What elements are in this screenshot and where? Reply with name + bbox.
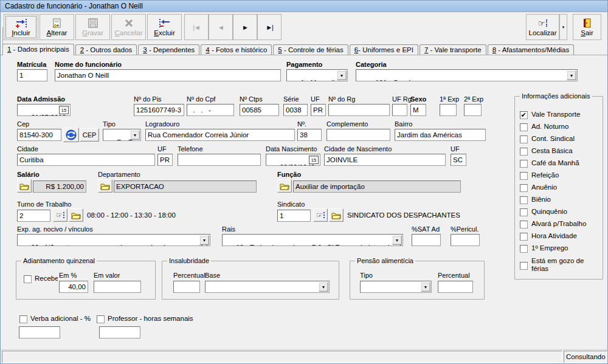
tab-fotos-historico[interactable]: 4 - Fotos e histórico [201,44,272,55]
calendar-icon[interactable]: 15 [309,156,319,164]
ctps-input[interactable]: 00585 [240,104,279,116]
rg-input[interactable] [328,104,390,116]
chevron-down-icon[interactable]: ▼ [392,235,402,245]
bienio-checkbox[interactable]: ✔ [520,196,528,204]
departamento-label: Departamento [98,171,140,179]
gravar-button[interactable]: Gravar [75,14,110,40]
sexo-input[interactable]: M [410,104,426,116]
exp2-input[interactable] [464,104,482,116]
uf-cidade-input[interactable]: PR [157,154,173,166]
cancelar-button[interactable]: Cancelar [111,14,146,40]
verba-adicional-input[interactable] [19,326,60,338]
nav-last-button[interactable]: ►| [257,14,282,40]
salario-lookup-button[interactable] [17,179,32,193]
complemento-input[interactable] [326,129,390,141]
quinquenio-checkbox[interactable]: ✔ [520,208,528,216]
professor-checkbox[interactable]: ✔ [97,315,105,323]
incluir-button[interactable]: Incluir [4,14,38,40]
sat-input[interactable] [412,234,441,246]
insalubridade-base-select[interactable]: ▼ [205,281,330,293]
cep-input[interactable]: 81540-300 [17,129,61,141]
sindicato-input[interactable]: 1 [277,210,311,222]
tipo-select[interactable]: R - Rua ▼ [103,129,141,141]
turno-hand-button[interactable]: ☞ [53,208,67,222]
cidade-input[interactable]: Curitiba [17,154,155,166]
chevron-down-icon[interactable]: ▼ [130,130,140,140]
anuenio-checkbox[interactable]: ✔ [520,184,528,192]
alvara-trabalho-checkbox[interactable]: ✔ [520,221,528,228]
localizar-button[interactable]: ☞ Localizar [526,14,559,40]
tab-controle-ferias[interactable]: 5 - Controle de férias [273,44,348,55]
tab-outros-dados[interactable]: 2 - Outros dados [75,44,137,55]
recebe-checkbox[interactable]: ✔ [24,275,32,283]
logradouro-input[interactable]: Rua Comendador Correia Júnior [145,129,295,141]
calendar-icon[interactable]: 15 [59,106,69,114]
uf-nascimento-input[interactable]: SC [451,154,466,166]
uf-rg-input[interactable] [392,104,407,116]
primeiro-emprego-checkbox[interactable]: ✔ [520,245,528,253]
tab-dados-principais[interactable]: 1 - Dados principais [2,44,74,55]
em-valor-input[interactable] [94,281,141,293]
tab-dependentes[interactable]: 3 - Dependentes [138,44,199,55]
rais-select[interactable]: 10 - Trab urbano vinc. a P.J., CLT prazo… [222,234,403,246]
complemento-field: Complemento [326,120,390,141]
uf-ctps-input[interactable]: PR [311,104,326,116]
departamento-lookup-button[interactable] [98,179,112,193]
matricula-input[interactable]: 1 [17,69,47,81]
gozo-ferias-checkbox[interactable]: ✔ [520,262,528,270]
sindicato-hand-button[interactable]: ☞ [313,208,328,222]
funcao-lookup-button[interactable] [277,179,292,193]
data-admissao-input[interactable]: 01/07/2013 15 [17,104,71,116]
vale-transporte-checkbox[interactable]: ✔ [520,111,528,119]
em-pct-input[interactable]: 40,00 [59,281,88,293]
chevron-down-icon[interactable]: ▼ [319,282,328,292]
insalubridade-percentual-input[interactable] [173,281,200,293]
turno-input[interactable]: 2 [17,210,50,222]
serie-input[interactable]: 0038 [283,104,308,116]
verba-adicional-checkbox[interactable]: ✔ [19,315,27,323]
tab-vale-transporte[interactable]: 7 - Vale transporte [420,44,486,55]
serie-label: Série [283,95,308,103]
bairro-input[interactable]: Jardim das Américas [395,129,486,141]
data-nascimento-input[interactable]: 08/08/1942 15 [266,154,320,166]
chevron-down-icon[interactable]: ▼ [421,282,430,292]
pensao-percentual-input[interactable] [438,281,473,293]
sair-button[interactable]: Sair [573,14,601,40]
hora-atividade-checkbox[interactable]: ✔ [520,233,528,241]
pensao-tipo-select[interactable]: ▼ [360,281,432,293]
excluir-button[interactable]: Excluir [147,14,182,40]
professor-input[interactable] [99,326,140,338]
localizar-dropdown-button[interactable]: ▼ [559,14,567,40]
ad-noturno-checkbox[interactable]: ✔ [520,123,528,131]
nav-next-button[interactable]: ► [233,14,257,40]
nome-input[interactable]: Jonathan O Neill [55,69,281,81]
nav-prev-button[interactable]: ◄ [209,14,233,40]
cafe-da-manha-checkbox[interactable]: ✔ [520,160,528,168]
tab-afastamentos-medias[interactable]: 8 - Afastamentos/Médias [488,44,575,55]
pagamento-select[interactable]: 1 - Mensalista ▼ [286,69,348,81]
cpf-input[interactable]: . . - [187,104,234,116]
refeicao-checkbox[interactable]: ✔ [520,172,528,180]
cont-sindical-checkbox[interactable]: ✔ [520,136,528,143]
exp1-input[interactable] [440,104,457,116]
cesta-basica-checkbox[interactable]: ✔ [520,148,528,156]
cidade-nascimento-input[interactable]: JOINVILE [324,154,446,166]
turno-folder-button[interactable] [69,208,83,222]
exp-nocivo-select[interactable]: 00 - Não esteve exp. ag. nocivo - um vin… [17,234,210,246]
chevron-down-icon[interactable]: ▼ [337,70,347,80]
alterar-button[interactable]: Alterar [40,14,74,40]
cep-search-button[interactable]: CEP [80,128,99,142]
cep-lookup-globe-button[interactable] [63,128,79,142]
chevron-down-icon[interactable]: ▼ [567,70,576,80]
telefone-input[interactable] [178,154,261,166]
chevron-down-icon[interactable]: ▼ [199,235,209,245]
nav-first-button[interactable]: |◄ [184,14,209,40]
sindicato-folder-button[interactable] [329,208,344,222]
localizar-label: Localizar [528,29,556,36]
categoria-select[interactable]: 101 - Geral ▼ [356,69,578,81]
bienio-label: Biênio [531,196,551,203]
tab-uniformes-epi[interactable]: 6- Uniformes e EPI [350,44,418,55]
pericul-input[interactable] [451,234,480,246]
numero-input[interactable]: 38 [297,129,322,141]
pis-input[interactable]: 1251607749-3 [134,104,184,116]
